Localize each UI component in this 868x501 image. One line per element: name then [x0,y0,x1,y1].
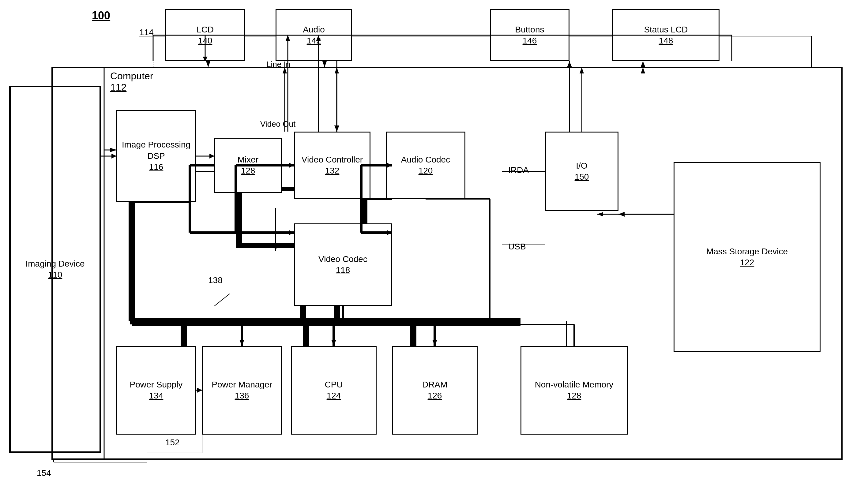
computer-label: Computer 112 [110,71,154,93]
svg-marker-118 [240,340,244,346]
ref-114-label: 114 [139,28,154,38]
diagram-title: 100 [92,9,110,22]
svg-marker-10 [335,67,339,73]
irda-label: IRDA [508,165,529,175]
audio-block: Audio 142 [276,9,352,61]
svg-marker-105 [289,163,294,168]
svg-marker-79 [112,153,116,159]
svg-line-124 [214,294,230,306]
imaging-device-label: Imaging Device [26,258,85,269]
svg-marker-77 [209,153,214,159]
svg-rect-47 [132,318,520,324]
power-manager-block: Power Manager 136 [202,346,282,435]
ref-152-label: 152 [165,438,180,447]
lcd-block: LCD 140 [165,9,245,61]
svg-marker-26 [304,340,308,346]
svg-marker-120 [331,340,336,346]
diagram: 100 [0,0,868,501]
dram-block: DRAM 126 [392,346,478,435]
video-controller-block: Video Controller 132 [294,131,370,199]
svg-marker-36 [641,67,645,73]
usb-label: USB [508,242,526,252]
svg-marker-24 [182,340,186,346]
video-codec-block: Video Codec 118 [294,223,392,306]
line-in-label: Line In [266,60,290,69]
mass-storage-block: Mass Storage Device 122 [674,162,821,352]
svg-marker-71 [334,126,339,131]
video-out-label: Video Out [260,119,295,129]
audio-codec-block: Audio Codec 120 [386,131,465,199]
imaging-device-ref: 110 [48,269,62,280]
svg-marker-46 [110,148,116,152]
svg-marker-8 [322,61,327,67]
ref-138-label: 138 [208,275,223,285]
svg-marker-6 [206,61,210,67]
power-supply-block: Power Supply 134 [116,346,196,435]
ref-154-label: 154 [37,468,51,478]
svg-rect-56 [236,187,242,248]
status-lcd-block: Status LCD 148 [612,9,720,61]
svg-marker-83 [641,61,645,67]
svg-marker-22 [273,245,278,251]
svg-marker-28 [411,340,415,346]
svg-rect-51 [129,190,135,321]
svg-rect-50 [410,324,416,349]
svg-marker-89 [618,212,625,217]
svg-marker-85 [197,388,202,393]
svg-marker-39 [597,212,603,216]
mixer-block: Mixer 128 [214,138,282,193]
imaging-device-block: Imaging Device 110 [9,86,101,453]
svg-marker-34 [580,67,584,73]
svg-rect-48 [181,324,187,349]
svg-rect-58 [236,243,297,248]
svg-marker-122 [432,340,437,346]
image-processing-dsp-block: Image Processing DSP 116 [116,110,196,202]
svg-marker-75 [289,163,294,168]
non-volatile-memory-block: Non-volatile Memory 128 [520,346,628,435]
svg-marker-104 [289,230,294,235]
svg-marker-81 [567,61,572,67]
cpu-block: CPU 124 [291,346,377,435]
io-block: I/O 150 [545,131,618,211]
buttons-block: Buttons 146 [490,9,570,61]
svg-rect-49 [303,324,309,349]
